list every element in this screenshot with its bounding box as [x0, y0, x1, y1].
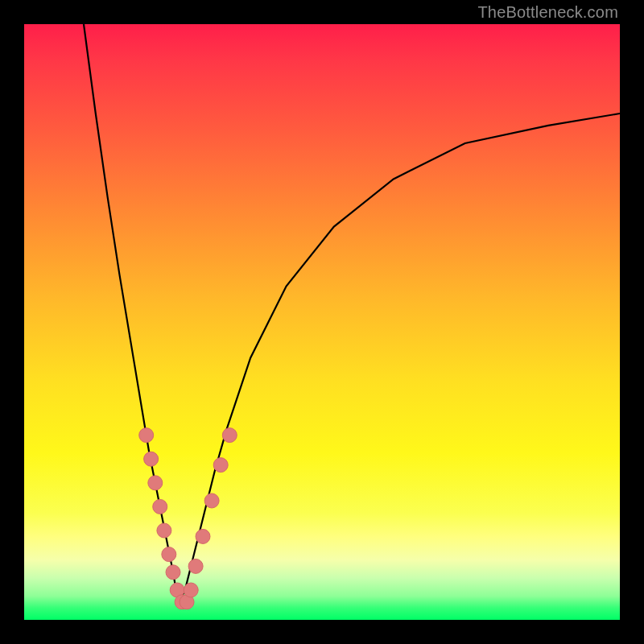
chart-frame: TheBottleneck.com	[0, 0, 644, 644]
curve-left-branch	[84, 24, 179, 602]
data-marker	[204, 493, 219, 508]
data-marker	[157, 523, 171, 538]
data-marker	[213, 458, 228, 473]
data-marker	[196, 529, 210, 543]
data-marker	[188, 559, 203, 573]
chart-svg	[24, 24, 620, 620]
data-marker	[184, 583, 198, 597]
data-markers	[139, 428, 237, 609]
data-marker	[148, 476, 163, 490]
data-marker	[222, 428, 237, 443]
watermark-label: TheBottleneck.com	[477, 3, 618, 22]
data-marker	[139, 428, 154, 443]
data-marker	[162, 547, 176, 562]
curve-right-branch	[179, 114, 620, 602]
data-marker	[153, 499, 167, 514]
plot-area	[24, 24, 620, 620]
data-marker	[166, 565, 180, 580]
data-marker	[144, 452, 159, 466]
